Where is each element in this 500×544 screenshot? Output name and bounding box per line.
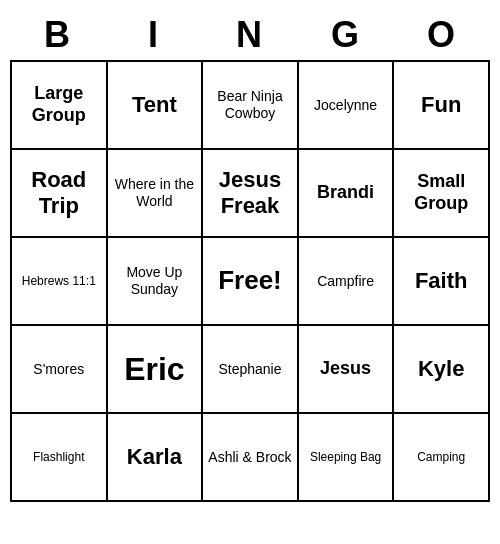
cell-r2-c1: Move Up Sunday [108, 238, 204, 326]
cell-r3-c0: S'mores [12, 326, 108, 414]
cell-r1-c0: Road Trip [12, 150, 108, 238]
bingo-grid: Large GroupTentBear Ninja CowboyJocelynn… [10, 60, 490, 502]
cell-r4-c2: Ashli & Brock [203, 414, 299, 502]
cell-r0-c3: Jocelynne [299, 62, 395, 150]
cell-r2-c2: Free! [203, 238, 299, 326]
cell-r1-c4: Small Group [394, 150, 490, 238]
cell-r4-c4: Camping [394, 414, 490, 502]
cell-r2-c3: Campfire [299, 238, 395, 326]
cell-r1-c3: Brandi [299, 150, 395, 238]
cell-r0-c1: Tent [108, 62, 204, 150]
cell-r4-c3: Sleeping Bag [299, 414, 395, 502]
cell-r0-c0: Large Group [12, 62, 108, 150]
cell-r1-c2: Jesus Freak [203, 150, 299, 238]
header-i: I [106, 10, 202, 60]
cell-r2-c0: Hebrews 11:1 [12, 238, 108, 326]
header-n: N [202, 10, 298, 60]
cell-r2-c4: Faith [394, 238, 490, 326]
bingo-header: B I N G O [10, 10, 490, 60]
header-b: B [10, 10, 106, 60]
cell-r4-c1: Karla [108, 414, 204, 502]
header-o: O [394, 10, 490, 60]
bingo-card: B I N G O Large GroupTentBear Ninja Cowb… [10, 10, 490, 502]
cell-r3-c1: Eric [108, 326, 204, 414]
cell-r0-c2: Bear Ninja Cowboy [203, 62, 299, 150]
header-g: G [298, 10, 394, 60]
cell-r0-c4: Fun [394, 62, 490, 150]
cell-r1-c1: Where in the World [108, 150, 204, 238]
cell-r3-c2: Stephanie [203, 326, 299, 414]
cell-r4-c0: Flashlight [12, 414, 108, 502]
cell-r3-c4: Kyle [394, 326, 490, 414]
cell-r3-c3: Jesus [299, 326, 395, 414]
